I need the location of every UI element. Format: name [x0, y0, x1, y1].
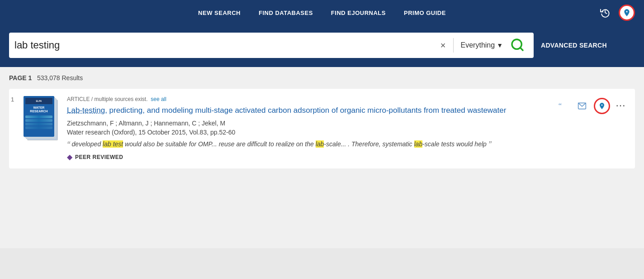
snippet-highlight-1: lab test [103, 140, 123, 148]
book-cover-stack: ELPA WATERRESEARCH [24, 96, 60, 141]
result-thumbnail: ELPA WATERRESEARCH [24, 96, 60, 141]
result-source-label: multiple sources exist. [94, 96, 147, 102]
nav-icon-group [597, 5, 635, 21]
result-snippet: “ developed lab test would also be suita… [67, 140, 547, 149]
book-header-bar: ELPA [25, 98, 52, 104]
result-title-highlight: Lab-testing [67, 106, 105, 115]
result-card: 1 ELPA WATERRESEARCH [9, 89, 635, 168]
snippet-highlight-3: lab [414, 140, 423, 148]
snippet-highlight-2: lab [316, 140, 324, 148]
scope-label: Everything [461, 41, 495, 49]
book-wave-1 [25, 115, 52, 118]
book-front-cover: ELPA WATERRESEARCH [24, 96, 54, 137]
search-scope-dropdown[interactable]: Everything ▼ [457, 41, 507, 49]
pin-nav-icon-button[interactable] [619, 5, 635, 21]
result-authors: Zietzschmann, F ; Altmann, J ; Hannemann… [67, 120, 547, 127]
email-button[interactable] [574, 98, 590, 114]
page-info: PAGE 1 533,078 Results [9, 74, 635, 82]
search-divider [453, 38, 454, 53]
nav-links: NEW SEARCH FIND DATABASES FIND EJOURNALS… [198, 10, 446, 16]
cite-button[interactable]: “ [554, 98, 570, 114]
nav-primo-guide[interactable]: PRIMO GUIDE [404, 10, 446, 16]
pin-button[interactable] [594, 98, 610, 114]
svg-text:“: “ [559, 101, 562, 110]
search-box: × Everything ▼ [9, 33, 534, 58]
quote-open-icon: “ [67, 140, 70, 149]
search-input[interactable] [14, 39, 437, 51]
book-decoration [25, 115, 52, 130]
nav-find-databases[interactable]: FIND DATABASES [259, 10, 313, 16]
nav-new-search[interactable]: NEW SEARCH [198, 10, 241, 16]
book-title: WATERRESEARCH [30, 106, 47, 114]
search-clear-button[interactable]: × [437, 40, 450, 51]
result-title[interactable]: Lab-testing, predicting, and modeling mu… [67, 105, 547, 116]
peer-reviewed-label: PEER REVIEWED [75, 154, 123, 160]
more-options-button[interactable]: ⋯ [614, 98, 628, 113]
search-area: × Everything ▼ ADVANCED SEARCH [0, 25, 644, 67]
advanced-search-link[interactable]: ADVANCED SEARCH [541, 42, 607, 49]
result-actions: “ ⋯ [554, 96, 628, 161]
book-wave-3 [25, 123, 52, 125]
result-content: ARTICLE / multiple sources exist. see al… [67, 96, 547, 161]
result-journal: Water research (Oxford), 15 October 2015… [67, 129, 547, 136]
result-title-link[interactable]: Lab-testing, predicting, and modeling mu… [67, 106, 506, 115]
results-area: PAGE 1 533,078 Results 1 ELPA WATERRESEA… [0, 67, 644, 248]
history-icon-button[interactable] [597, 5, 613, 21]
results-count: 533,078 Results [37, 74, 83, 82]
result-number: 1 [11, 96, 14, 103]
book-logo: ELPA [36, 100, 42, 102]
result-see-all-link[interactable]: see all [151, 96, 166, 102]
search-submit-button[interactable] [507, 38, 528, 53]
peer-reviewed-icon: ◆ [67, 153, 72, 161]
book-wave-2 [25, 119, 52, 122]
nav-find-ejournals[interactable]: FIND EJOURNALS [331, 10, 386, 16]
result-meta-line: ARTICLE / multiple sources exist. see al… [67, 96, 547, 102]
book-wave-4 [25, 126, 52, 129]
quote-close-icon: ” [488, 140, 492, 149]
scope-arrow-icon: ▼ [497, 42, 503, 49]
top-navigation: NEW SEARCH FIND DATABASES FIND EJOURNALS… [0, 0, 644, 25]
peer-reviewed-badge: ◆ PEER REVIEWED [67, 153, 547, 161]
page-label: PAGE 1 [9, 74, 32, 82]
result-type: ARTICLE [67, 96, 90, 102]
svg-line-1 [520, 48, 523, 50]
